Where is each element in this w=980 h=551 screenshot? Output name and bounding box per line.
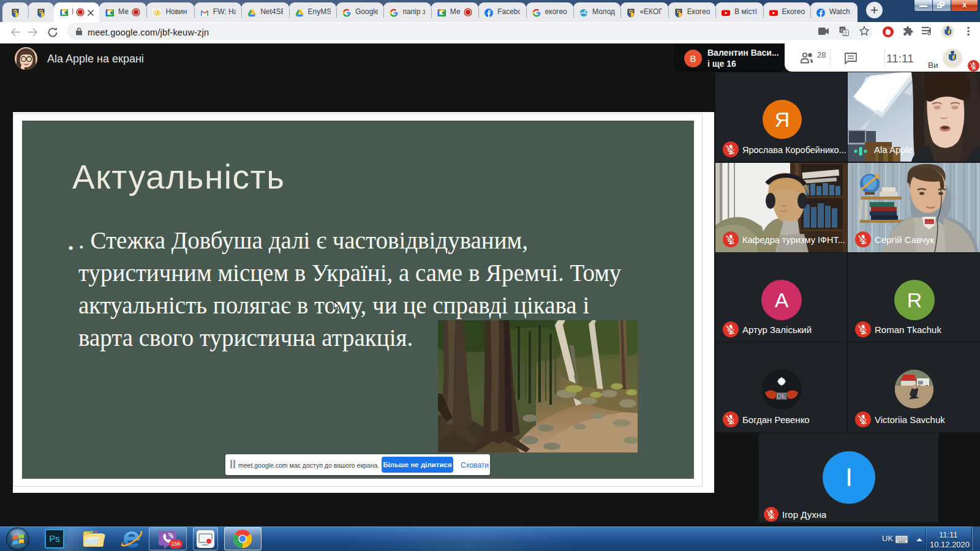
svg-text:文: 文	[843, 31, 848, 36]
svg-text:DE: DE	[777, 392, 786, 400]
